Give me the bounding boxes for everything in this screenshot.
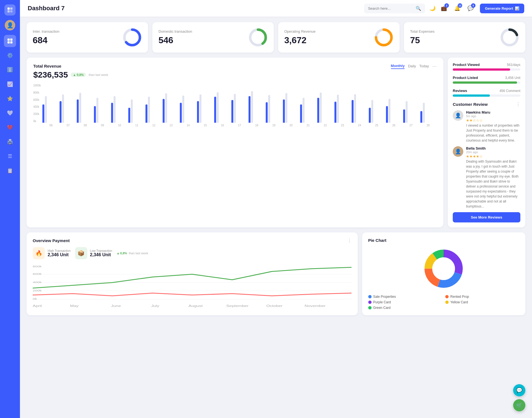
legend-dot-purple xyxy=(368,301,372,304)
sidebar-logo[interactable] xyxy=(4,4,16,16)
bar-group xyxy=(283,93,299,123)
bar-group xyxy=(231,94,248,123)
bar-group xyxy=(300,98,316,123)
legend-dot-yellow xyxy=(445,301,449,304)
wallet-button[interactable]: 💼 2 xyxy=(439,3,449,13)
sidebar-item-analytics[interactable]: 📈 xyxy=(4,78,16,90)
bar-blue xyxy=(317,98,319,123)
bar-grey xyxy=(251,91,253,123)
notifications-button[interactable]: 🔔 12 xyxy=(452,3,462,13)
bar-grey xyxy=(200,94,201,123)
stat-product-listed: Product Listed 3,456 Unit xyxy=(453,76,520,84)
bar-grey xyxy=(423,103,425,123)
chart-x-label: 14 xyxy=(180,124,197,127)
main-area: Dashboard 7 🔍 🌙 💼 2 🔔 12 💬 5 Generate Re… xyxy=(20,0,532,418)
bar-grey xyxy=(285,93,287,123)
bar-grey xyxy=(45,96,47,123)
fab-area: 💬 🛒 xyxy=(513,384,525,411)
sidebar-item-menu[interactable]: ☰ xyxy=(4,150,16,162)
see-more-reviews-button[interactable]: See More Reviews xyxy=(453,212,520,222)
bar-blue xyxy=(283,99,285,123)
wallet-badge: 2 xyxy=(444,3,449,8)
bar-grey xyxy=(96,98,98,123)
stat-label-inter: Inter. transaction xyxy=(33,29,59,34)
tab-daily[interactable]: Daily xyxy=(408,64,416,69)
stat-card-expenses: Total Expenses 75 xyxy=(404,22,525,53)
bar-group xyxy=(369,100,385,123)
bar-group xyxy=(180,96,196,123)
sidebar-item-dashboard[interactable] xyxy=(4,35,16,47)
bar-blue xyxy=(420,111,422,123)
bar-grey xyxy=(388,99,390,123)
sidebar-item-settings[interactable]: ⚙️ xyxy=(4,49,16,61)
bar-blue xyxy=(77,99,79,123)
stat-value-inter: 684 xyxy=(33,35,59,45)
bar-group xyxy=(77,93,93,123)
sidebar-item-print[interactable]: 🖨️ xyxy=(4,136,16,148)
search-input[interactable] xyxy=(368,6,413,11)
fab-support[interactable]: 💬 xyxy=(513,384,525,396)
chart-x-label: 28 xyxy=(420,124,437,127)
user-avatar[interactable]: 👤 xyxy=(5,20,15,30)
sidebar-item-list[interactable]: 📋 xyxy=(4,165,16,177)
messages-badge: 5 xyxy=(471,3,475,8)
sidebar-item-info[interactable]: ℹ️ xyxy=(4,64,16,76)
low-transaction-item: 📦 Low Transaction 2,346 Unit xyxy=(75,247,112,259)
pie-chart-title: Pie Chart xyxy=(368,238,519,243)
bar-blue xyxy=(180,103,182,123)
chart-x-label: 22 xyxy=(317,124,334,127)
bar-grey xyxy=(337,95,339,123)
bar-blue xyxy=(42,104,44,123)
bar-group xyxy=(145,97,162,123)
bar-group xyxy=(214,92,231,123)
svg-rect-3 xyxy=(10,10,12,12)
sidebar-item-heart[interactable]: 🤍 xyxy=(4,107,16,119)
fab-cart[interactable]: 🛒 xyxy=(513,399,525,411)
bar-blue xyxy=(386,106,388,123)
bar-group xyxy=(386,99,402,123)
revenue-sublabel: than last week xyxy=(89,73,108,76)
svg-rect-4 xyxy=(7,39,10,41)
bar-group xyxy=(128,99,145,123)
reviews-more-icon[interactable]: ⋮ xyxy=(516,102,520,107)
more-options-icon[interactable]: ⋯ xyxy=(432,64,437,69)
legend-rented: Rented Prop xyxy=(445,295,519,299)
payment-card: Overview Payment ⋮ 🔥 High Transaction 2,… xyxy=(27,232,358,315)
chart-x-label: 17 xyxy=(231,124,248,127)
stat-product-viewed: Product Viewed 561/days xyxy=(453,63,520,71)
stat-card-inter: Inter. transaction 684 xyxy=(27,22,148,53)
bar-blue xyxy=(334,102,336,123)
revenue-amount: $236,535 xyxy=(33,70,68,80)
chart-x-label: 24 xyxy=(351,124,368,127)
svg-text:July: July xyxy=(151,304,159,307)
stat-card-revenue: Operating Revenue 3,672 xyxy=(278,22,400,53)
sidebar-item-favorites[interactable]: ⭐ xyxy=(4,93,16,105)
search-box[interactable]: 🔍 xyxy=(364,4,425,13)
svg-text:April: April xyxy=(33,304,42,307)
chart-x-label: 25 xyxy=(368,124,385,127)
stat-cards-row: Inter. transaction 684 Domestic transact… xyxy=(27,22,525,53)
stat-reviews: Reviews 456 Comment xyxy=(453,89,520,97)
high-trans-icon: 🔥 xyxy=(33,247,45,259)
product-viewed-progress xyxy=(453,68,520,71)
svg-text:0k: 0k xyxy=(33,298,37,300)
svg-rect-6 xyxy=(7,41,10,43)
search-icon[interactable]: 🔍 xyxy=(416,6,421,11)
tab-today[interactable]: Today xyxy=(419,64,429,69)
sidebar-item-heart2[interactable]: ❤️ xyxy=(4,121,16,134)
bar-group xyxy=(317,93,334,123)
tab-monthly[interactable]: Monthly xyxy=(391,64,405,69)
theme-toggle-icon[interactable]: 🌙 xyxy=(429,5,436,11)
generate-report-button[interactable]: Generate Report 📊 xyxy=(480,4,524,13)
messages-button[interactable]: 💬 5 xyxy=(466,3,475,13)
legend-dot-sale xyxy=(368,295,372,298)
product-viewed-label: Product Viewed xyxy=(453,63,480,67)
reviewer-avatar-1: 👤 xyxy=(453,146,463,157)
payment-more-icon[interactable]: ⋮ xyxy=(347,238,352,243)
donut-inter xyxy=(122,28,142,47)
reviews-progress xyxy=(453,94,520,97)
svg-rect-2 xyxy=(7,10,10,12)
chart-x-label: 15 xyxy=(197,124,214,127)
svg-rect-5 xyxy=(10,39,12,41)
donut-expenses xyxy=(500,28,519,47)
